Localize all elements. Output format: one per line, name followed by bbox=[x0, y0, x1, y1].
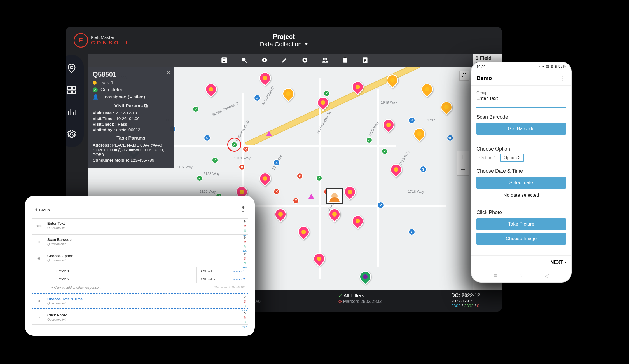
copy-icon[interactable]: ⎘ bbox=[243, 228, 247, 232]
map-pin[interactable] bbox=[259, 173, 271, 187]
trash-icon[interactable]: 🗑 bbox=[243, 224, 247, 228]
cluster-badge[interactable]: 3 bbox=[408, 117, 415, 124]
map-pin[interactable] bbox=[390, 164, 402, 178]
external-link-icon[interactable]: ⧉ bbox=[144, 103, 148, 109]
cluster-badge[interactable]: 4 bbox=[273, 159, 280, 166]
tool-target-icon[interactable] bbox=[301, 56, 309, 64]
question-row-selected[interactable]: 🗓 Choose Date & TimeQuestion hint ⚙🗑⎘</> bbox=[32, 294, 248, 308]
group-label: Group bbox=[39, 208, 50, 212]
map-pin[interactable] bbox=[421, 83, 433, 98]
gear-icon[interactable]: ⚙ bbox=[243, 295, 247, 299]
option-1-button[interactable]: Option 1 bbox=[476, 154, 499, 161]
trash-icon[interactable]: 🗑 bbox=[243, 316, 247, 320]
remove-icon[interactable]: − bbox=[51, 269, 53, 273]
tool-users-icon[interactable] bbox=[321, 56, 329, 64]
add-option-row[interactable]: + Click to add another response... XML v… bbox=[48, 283, 248, 292]
map-pin[interactable] bbox=[441, 101, 452, 116]
nav-map-icon[interactable] bbox=[66, 62, 78, 74]
map-pin[interactable] bbox=[275, 208, 286, 223]
footer-cell-sub: Markers 2802/2802 bbox=[343, 299, 382, 304]
fullscreen-button[interactable]: ⛶ bbox=[459, 71, 469, 81]
menu-icon[interactable]: ≡ bbox=[242, 210, 245, 214]
home-icon[interactable]: ○ bbox=[519, 273, 522, 279]
tool-layers-icon[interactable] bbox=[220, 56, 228, 64]
user-avatar-marker[interactable] bbox=[326, 188, 343, 204]
code-icon[interactable]: </> bbox=[243, 325, 247, 328]
trash-icon[interactable]: 🗑 bbox=[243, 256, 247, 260]
status-tick-icon: ✓ bbox=[324, 90, 330, 97]
check-icon: ✓ bbox=[93, 87, 98, 92]
tool-clipboard-icon[interactable] bbox=[341, 56, 349, 64]
map-pin[interactable] bbox=[352, 81, 364, 96]
map-pin[interactable] bbox=[359, 271, 371, 285]
take-picture-button[interactable]: Take Picture bbox=[476, 218, 566, 230]
nav-forms-icon[interactable] bbox=[66, 84, 78, 96]
gear-icon[interactable]: ⚙ bbox=[243, 236, 247, 239]
cluster-badge[interactable]: 7 bbox=[408, 229, 415, 235]
gear-icon[interactable]: ⚙ bbox=[243, 252, 247, 256]
option-row[interactable]: −Option 2 XML value:option_2 bbox=[48, 275, 248, 283]
tool-zoom-icon[interactable] bbox=[240, 56, 249, 64]
map-pin[interactable] bbox=[282, 88, 294, 102]
close-icon[interactable]: ✕ bbox=[165, 69, 171, 77]
cluster-badge[interactable]: 5 bbox=[204, 135, 211, 141]
address-key: Address: bbox=[93, 143, 111, 147]
next-button[interactable]: NEXT › bbox=[471, 255, 571, 269]
tool-visibility-icon[interactable] bbox=[260, 56, 269, 64]
option-row[interactable]: −Option 1 XML value:option_1 bbox=[48, 267, 248, 275]
get-barcode-button[interactable]: Get Barcode bbox=[476, 123, 566, 135]
cluster-badge[interactable]: 2 bbox=[377, 202, 384, 208]
recent-apps-icon[interactable]: ≡ bbox=[494, 273, 497, 279]
question-row[interactable]: ⊞ Scan BarcodeQuestion hint ⚙🗑⎘</> bbox=[32, 234, 248, 249]
tool-report-icon[interactable] bbox=[361, 56, 370, 64]
remove-icon[interactable]: − bbox=[51, 277, 53, 281]
trash-icon[interactable]: 🗑 bbox=[243, 240, 247, 244]
select-date-button[interactable]: Select date bbox=[476, 177, 566, 189]
map-pin[interactable] bbox=[387, 74, 398, 89]
map-pin[interactable] bbox=[205, 83, 217, 98]
map-pin[interactable] bbox=[298, 226, 310, 241]
gear-icon[interactable]: ⚙ bbox=[242, 206, 245, 210]
map-pin[interactable] bbox=[352, 215, 364, 230]
question-row[interactable]: ◉ Choose OptionQuestion hint ⚙🗑⎘</> bbox=[32, 251, 248, 265]
visit-check-key: VisitCheck : bbox=[93, 122, 117, 126]
tool-draw-icon[interactable] bbox=[280, 56, 289, 64]
cluster-badge[interactable]: 10 bbox=[447, 135, 453, 141]
app-bar: Demo ⋮ bbox=[471, 71, 571, 86]
project-title[interactable]: Project Data Collection bbox=[260, 33, 308, 48]
option-2-button[interactable]: Option 2 bbox=[500, 154, 524, 162]
gear-icon[interactable]: ⚙ bbox=[243, 219, 247, 223]
text-input[interactable] bbox=[476, 107, 566, 108]
code-icon[interactable]: </> bbox=[243, 265, 247, 269]
text-field-label: Enter Text bbox=[476, 96, 566, 101]
visit-heading: Visit Params bbox=[114, 103, 143, 109]
footer-filters[interactable]: ✓ All Filters ⊘ Markers 2802/2802 bbox=[333, 290, 446, 312]
copy-icon[interactable]: ⎘ bbox=[243, 261, 247, 265]
copy-icon[interactable]: ⎘ bbox=[243, 245, 247, 248]
back-icon[interactable]: ◁ bbox=[545, 273, 549, 279]
xml-key: XML value: bbox=[214, 286, 228, 289]
map-pin[interactable] bbox=[413, 128, 425, 142]
trash-icon[interactable]: 🗑 bbox=[243, 299, 247, 303]
nav-settings-icon[interactable] bbox=[66, 128, 78, 140]
map-pin[interactable] bbox=[259, 72, 271, 87]
nav-analytics-icon[interactable] bbox=[66, 106, 78, 118]
gear-icon[interactable]: ⚙ bbox=[243, 311, 247, 315]
question-row[interactable]: abc Enter TextQuestion hint ⚙🗑⎘</> bbox=[32, 218, 248, 233]
question-label: Choose Date & Time bbox=[47, 297, 83, 301]
zoom-out-button[interactable]: − bbox=[457, 163, 469, 175]
zoom-in-button[interactable]: + bbox=[457, 151, 469, 163]
map-pin[interactable] bbox=[344, 186, 356, 201]
map-pin[interactable] bbox=[329, 208, 340, 223]
road-label: Al Inshirah St bbox=[261, 85, 275, 106]
copy-icon[interactable]: ⎘ bbox=[243, 304, 247, 308]
cluster-badge[interactable]: 3 bbox=[420, 166, 427, 173]
map-pin[interactable] bbox=[383, 119, 394, 133]
question-row[interactable]: ▱ Click PhotoQuestion hint ⚙🗑⎘</> bbox=[32, 310, 248, 325]
copy-icon[interactable]: ⎘ bbox=[243, 320, 247, 324]
map-pin[interactable] bbox=[313, 253, 325, 267]
choose-image-button[interactable]: Choose Image bbox=[476, 233, 566, 245]
cluster-badge[interactable]: 2 bbox=[254, 95, 261, 101]
group-header[interactable]: Group ⚙ ≡ bbox=[32, 204, 248, 216]
map-pin[interactable] bbox=[317, 97, 329, 111]
